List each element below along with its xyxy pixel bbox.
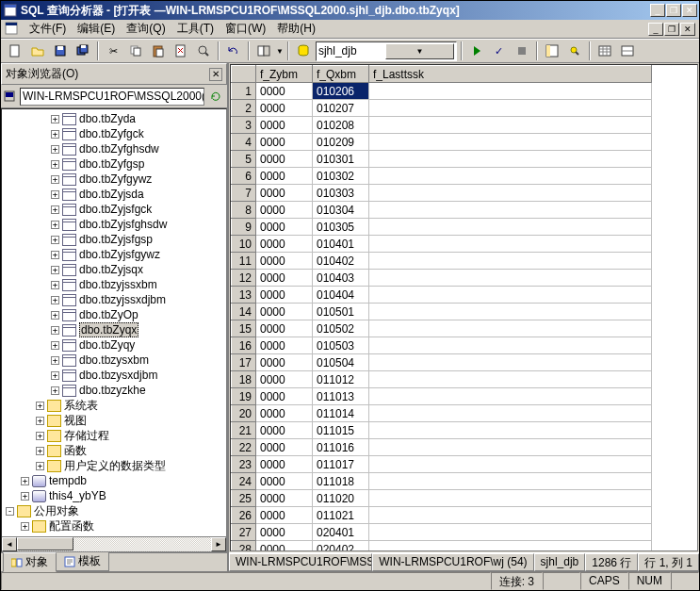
grid-cell[interactable]: 0000 bbox=[256, 219, 313, 236]
expander-icon[interactable]: + bbox=[51, 371, 59, 380]
cancel-exec-button[interactable] bbox=[512, 41, 532, 61]
paste-button[interactable] bbox=[148, 41, 169, 61]
chevron-down-icon[interactable]: ▼ bbox=[385, 43, 454, 59]
grid-cell[interactable]: 011013 bbox=[313, 388, 369, 405]
grid-row[interactable]: 280000020402 bbox=[232, 541, 652, 552]
execute-button[interactable] bbox=[466, 41, 487, 61]
grid-cell[interactable]: 0000 bbox=[256, 405, 313, 422]
expander-icon[interactable]: + bbox=[51, 266, 59, 274]
grid-row-header[interactable]: 1 bbox=[232, 83, 256, 100]
grid-row-header[interactable]: 15 bbox=[232, 320, 256, 337]
grid-corner[interactable] bbox=[232, 66, 256, 83]
expander-icon[interactable]: + bbox=[36, 402, 44, 410]
grid-cell[interactable]: 010304 bbox=[313, 202, 369, 219]
find-button[interactable] bbox=[193, 41, 214, 61]
grid-row[interactable]: 60000010302 bbox=[232, 168, 652, 185]
grid-row[interactable]: 20000010207 bbox=[232, 100, 652, 117]
grid-row-header[interactable]: 2 bbox=[232, 100, 256, 117]
grid-cell[interactable] bbox=[369, 507, 652, 524]
grid-cell[interactable]: 0000 bbox=[256, 422, 313, 439]
grid-cell[interactable]: 0000 bbox=[256, 253, 313, 270]
grid-cell[interactable] bbox=[369, 287, 652, 304]
grid-cell[interactable]: 0000 bbox=[256, 388, 313, 405]
connection-selector[interactable]: WIN-LRMSPCU1ROF\MSSQL2000(WIN-LRMS ▼ bbox=[20, 88, 204, 106]
expander-icon[interactable]: + bbox=[51, 130, 59, 139]
results-grid-button[interactable] bbox=[594, 41, 615, 61]
database-selector[interactable]: sjhl_djb ▼ bbox=[316, 41, 457, 61]
grid-row-header[interactable]: 27 bbox=[232, 524, 256, 541]
grid-row[interactable]: 110000010402 bbox=[232, 253, 652, 270]
grid-row[interactable]: 120000010403 bbox=[232, 270, 652, 287]
grid-cell[interactable]: 0000 bbox=[256, 439, 313, 456]
grid-cell[interactable] bbox=[369, 202, 652, 219]
expander-icon[interactable]: + bbox=[51, 296, 59, 304]
expander-icon[interactable]: + bbox=[51, 115, 59, 123]
grid-row-header[interactable]: 12 bbox=[232, 270, 256, 287]
menu-window[interactable]: 窗口(W) bbox=[220, 19, 271, 39]
grid-row-header[interactable]: 3 bbox=[232, 117, 256, 134]
expander-icon[interactable]: + bbox=[51, 386, 59, 395]
tab-objects[interactable]: 对象 bbox=[3, 552, 57, 572]
grid-cell[interactable]: 011017 bbox=[313, 456, 369, 473]
grid-row[interactable]: 160000010503 bbox=[232, 337, 652, 354]
scroll-right-button[interactable]: ► bbox=[211, 537, 226, 551]
tree-folder-item[interactable]: +视图 bbox=[2, 413, 226, 428]
expander-icon[interactable]: + bbox=[51, 326, 59, 335]
grid-cell[interactable] bbox=[369, 185, 652, 202]
grid-cell[interactable]: 0000 bbox=[256, 236, 313, 253]
grid-row-header[interactable]: 21 bbox=[232, 422, 256, 439]
grid-cell[interactable] bbox=[369, 456, 652, 473]
grid-cell[interactable]: 0000 bbox=[256, 337, 313, 354]
grid-cell[interactable]: 0000 bbox=[256, 151, 313, 168]
scroll-left-button[interactable]: ◄ bbox=[2, 537, 17, 551]
grid-cell[interactable]: 0000 bbox=[256, 490, 313, 507]
grid-cell[interactable] bbox=[369, 405, 652, 422]
grid-cell[interactable]: 0000 bbox=[256, 541, 313, 552]
expander-icon[interactable]: + bbox=[51, 281, 59, 289]
expander-icon[interactable]: + bbox=[51, 251, 59, 259]
grid-row-header[interactable]: 22 bbox=[232, 439, 256, 456]
grid-cell[interactable] bbox=[369, 117, 652, 134]
grid-cell[interactable] bbox=[369, 253, 652, 270]
expander-icon[interactable]: + bbox=[21, 522, 29, 531]
grid-cell[interactable]: 011021 bbox=[313, 507, 369, 524]
grid-cell[interactable]: 010301 bbox=[313, 151, 369, 168]
expander-icon[interactable]: + bbox=[51, 160, 59, 169]
tree-category-item[interactable]: +配置函数 bbox=[2, 518, 226, 534]
clear-button[interactable] bbox=[171, 41, 191, 61]
tree-table-item[interactable]: +dbo.tbZyjsfgsp bbox=[2, 232, 226, 247]
expander-icon[interactable]: + bbox=[36, 447, 44, 455]
grid-cell[interactable]: 0000 bbox=[256, 83, 313, 100]
grid-cell[interactable] bbox=[369, 371, 652, 388]
object-search-button[interactable] bbox=[564, 41, 585, 61]
grid-cell[interactable]: 0000 bbox=[256, 287, 313, 304]
tree-table-item[interactable]: +dbo.tbZyjsfgck bbox=[2, 202, 226, 217]
grid-row[interactable]: 150000010502 bbox=[232, 320, 652, 337]
grid-row-header[interactable]: 16 bbox=[232, 337, 256, 354]
grid-cell[interactable] bbox=[369, 134, 652, 151]
grid-cell[interactable]: 0000 bbox=[256, 473, 313, 490]
grid-cell[interactable]: 020402 bbox=[313, 541, 369, 552]
expander-icon[interactable]: + bbox=[51, 175, 59, 184]
grid-cell[interactable]: 010503 bbox=[313, 337, 369, 354]
grid-cell[interactable]: 0000 bbox=[256, 304, 313, 320]
grid-cell[interactable]: 010209 bbox=[313, 134, 369, 151]
grid-cell[interactable] bbox=[369, 270, 652, 287]
grid-cell[interactable]: 011014 bbox=[313, 405, 369, 422]
grid-row-header[interactable]: 11 bbox=[232, 253, 256, 270]
grid-row[interactable]: 130000010404 bbox=[232, 287, 652, 304]
grid-row[interactable]: 260000011021 bbox=[232, 507, 652, 524]
tab-templates[interactable]: 模板 bbox=[56, 551, 109, 571]
grid-row-header[interactable]: 28 bbox=[232, 541, 256, 552]
grid-row-header[interactable]: 23 bbox=[232, 456, 256, 473]
expander-icon[interactable]: + bbox=[21, 492, 29, 501]
grid-row[interactable]: 140000010501 bbox=[232, 304, 652, 320]
grid-cell[interactable]: 0000 bbox=[256, 117, 313, 134]
menu-help[interactable]: 帮助(H) bbox=[271, 19, 321, 39]
grid-cell[interactable]: 0000 bbox=[256, 456, 313, 473]
grid-cell[interactable] bbox=[369, 168, 652, 185]
grid-row[interactable]: 250000011020 bbox=[232, 490, 652, 507]
object-browser-button[interactable] bbox=[542, 41, 562, 61]
grid-cell[interactable] bbox=[369, 236, 652, 253]
grid-row[interactable]: 80000010304 bbox=[232, 202, 652, 219]
